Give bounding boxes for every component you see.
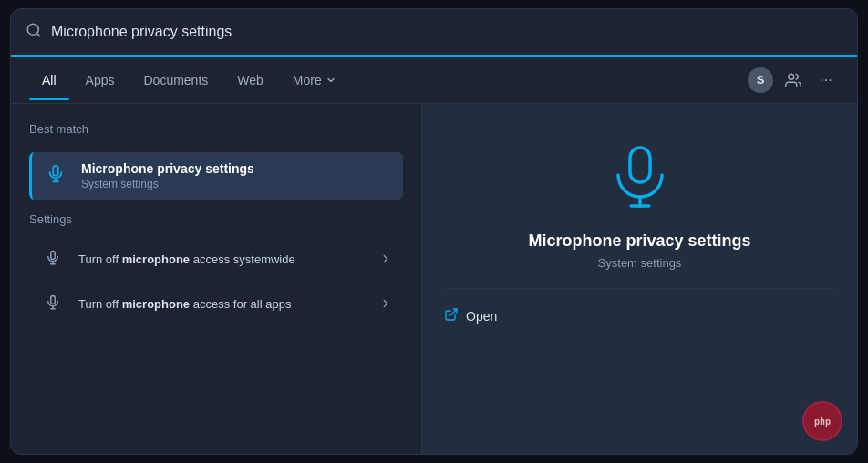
svg-line-15 [450, 309, 457, 315]
nav-tabs: All Apps Documents Web More S [11, 57, 857, 104]
settings-item-2-text: Turn off microphone access for all apps [78, 296, 367, 313]
tab-all[interactable]: All [29, 67, 69, 93]
tab-documents[interactable]: Documents [130, 67, 221, 93]
right-panel: Microphone privacy settings System setti… [421, 104, 857, 454]
search-icon [26, 22, 42, 42]
best-match-label: Best match [29, 122, 403, 136]
svg-line-1 [36, 33, 39, 36]
svg-rect-9 [51, 296, 56, 304]
php-badge: php [802, 401, 842, 441]
microphone-icon-3 [40, 294, 66, 315]
best-match-subtitle: System settings [81, 178, 254, 190]
settings-label: Settings [29, 212, 403, 226]
settings-item-1-text: Turn off microphone access systemwide [78, 252, 367, 268]
settings-item-2[interactable]: Turn off microphone access for all apps [29, 283, 403, 326]
microphone-icon [43, 164, 68, 189]
avatar[interactable]: S [748, 67, 773, 93]
chevron-right-icon-2 [379, 297, 392, 313]
external-link-icon [444, 307, 459, 325]
right-panel-mic-icon [604, 140, 677, 217]
best-match-title: Microphone privacy settings [81, 161, 254, 176]
left-panel: Best match Microphone privacy settings S… [11, 104, 421, 454]
microphone-icon-2 [40, 250, 66, 271]
svg-rect-12 [630, 148, 650, 182]
best-match-item[interactable]: Microphone privacy settings System setti… [29, 152, 403, 200]
chevron-down-icon [326, 75, 336, 86]
open-button-label: Open [466, 309, 497, 324]
search-input[interactable] [51, 24, 842, 40]
svg-rect-6 [51, 252, 56, 260]
search-panel: All Apps Documents Web More S [10, 8, 858, 455]
settings-list: Turn off microphone access systemwide [29, 239, 403, 326]
tab-more[interactable]: More [280, 67, 349, 93]
divider [444, 288, 835, 289]
search-bar [11, 9, 857, 57]
tab-apps[interactable]: Apps [73, 67, 128, 93]
people-icon-button[interactable] [780, 67, 806, 93]
more-options-button[interactable]: ··· [813, 67, 839, 93]
right-panel-subtitle: System settings [598, 256, 682, 270]
settings-item-1[interactable]: Turn off microphone access systemwide [29, 239, 403, 282]
open-button[interactable]: Open [444, 304, 497, 329]
tab-web[interactable]: Web [224, 67, 276, 93]
right-panel-title: Microphone privacy settings [528, 232, 750, 251]
nav-right: S ··· [748, 67, 839, 93]
chevron-right-icon-1 [379, 252, 392, 268]
content-area: Best match Microphone privacy settings S… [11, 104, 857, 454]
svg-point-2 [789, 74, 794, 79]
svg-rect-3 [53, 165, 58, 175]
